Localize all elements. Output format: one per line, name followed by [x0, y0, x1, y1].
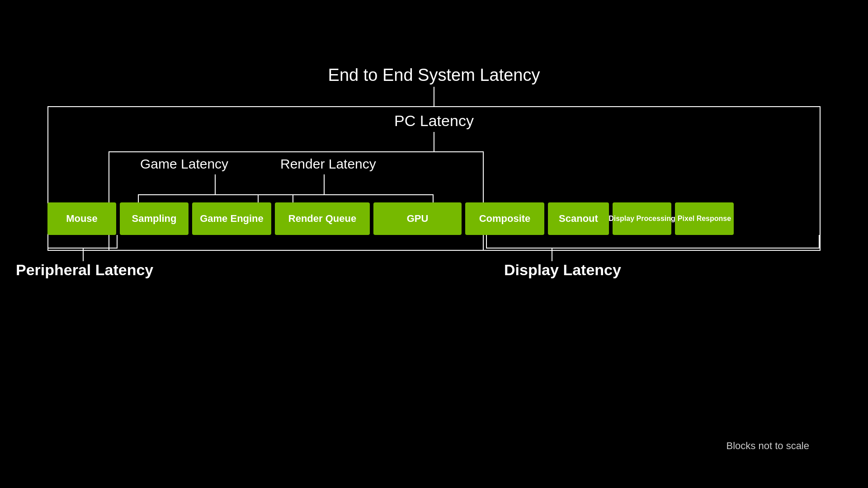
end-to-end-label: End to End System Latency [328, 66, 540, 85]
diagram-container: End to End System Latency PC Latency Gam… [0, 0, 868, 488]
block-sampling: Sampling [120, 202, 189, 235]
blocks-row: Mouse Sampling Game Engine Render Queue … [47, 202, 821, 235]
footnote: Blocks not to scale [726, 440, 809, 452]
block-scanout: Scanout [548, 202, 609, 235]
block-mouse: Mouse [47, 202, 116, 235]
block-render-queue: Render Queue [275, 202, 370, 235]
render-latency-label: Render Latency [280, 156, 376, 172]
line-peripheral-down [83, 249, 84, 261]
game-latency-label: Game Latency [140, 156, 228, 172]
line-render-horiz [258, 194, 433, 195]
block-composite: Composite [465, 202, 544, 235]
line-game-down [215, 174, 216, 194]
block-gpu: GPU [373, 202, 462, 235]
peripheral-bracket [47, 235, 118, 249]
line-render-down [324, 174, 325, 194]
block-game-engine: Game Engine [192, 202, 271, 235]
line-display-down [552, 249, 552, 261]
line-e2e-down [434, 87, 434, 107]
pc-latency-label: PC Latency [394, 112, 474, 130]
peripheral-latency-label: Peripheral Latency [16, 261, 153, 279]
display-latency-label: Display Latency [504, 261, 621, 279]
block-display-processing: Display Processing [613, 202, 671, 235]
block-pixel-response: Pixel Response [675, 202, 734, 235]
display-bracket [486, 235, 820, 249]
line-pc-down [434, 132, 434, 152]
